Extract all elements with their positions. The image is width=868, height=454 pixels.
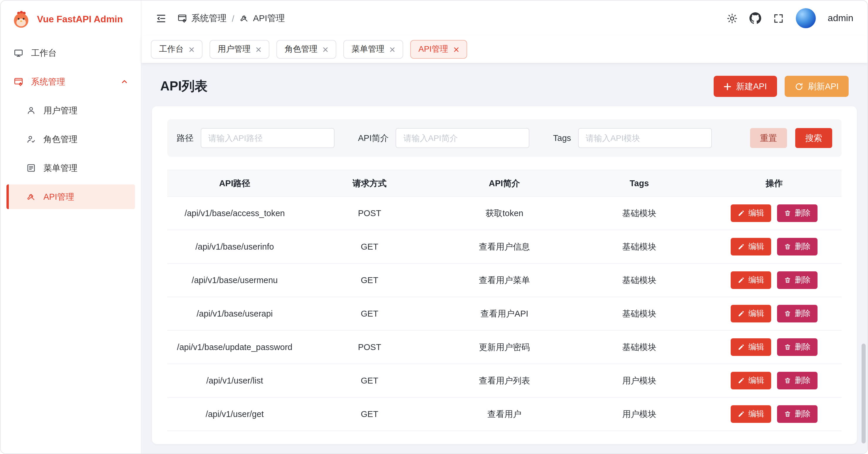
edit-button[interactable]: 编辑 [731, 271, 771, 289]
app-window: Vue FastAPI Admin 工作台 [0, 0, 868, 454]
table-row: /api/v1/base/userapi GET 查看用户API 基础模块 编辑 [167, 297, 842, 331]
pencil-icon [738, 344, 745, 351]
pencil-icon [738, 210, 745, 217]
sidebar-menu: 工作台 系统管理 [1, 38, 141, 211]
api-summary-cell: 查看用户菜单 [437, 264, 572, 296]
delete-button[interactable]: 删除 [777, 338, 817, 356]
delete-button[interactable]: 删除 [777, 305, 817, 322]
avatar[interactable] [796, 8, 816, 28]
api-icon [26, 192, 36, 201]
breadcrumb-item-system[interactable]: 系统管理 [177, 12, 226, 24]
github-icon[interactable] [750, 12, 762, 24]
edit-label: 编辑 [748, 275, 764, 285]
trash-icon [784, 344, 791, 351]
menu-list-icon [26, 163, 36, 173]
actions-cell: 编辑 删除 [707, 297, 842, 330]
trash-icon [784, 310, 791, 317]
theme-toggle-sun-icon[interactable] [727, 12, 738, 24]
tab-menus[interactable]: 菜单管理 [343, 40, 403, 59]
edit-button[interactable]: 编辑 [731, 238, 771, 255]
close-icon[interactable] [390, 47, 395, 52]
edit-button[interactable]: 编辑 [731, 204, 771, 222]
edit-button[interactable]: 编辑 [731, 405, 771, 423]
logo: Vue FastAPI Admin [1, 1, 141, 38]
sidebar-item-workbench[interactable]: 工作台 [6, 40, 135, 65]
breadcrumb-label: API管理 [253, 12, 285, 24]
delete-button[interactable]: 删除 [777, 204, 817, 222]
edit-button[interactable]: 编辑 [731, 372, 771, 389]
refresh-api-button[interactable]: 刷新API [784, 76, 849, 97]
edit-label: 编辑 [748, 208, 764, 219]
delete-label: 删除 [795, 275, 810, 285]
sidebar-item-label: 菜单管理 [43, 162, 78, 174]
close-icon[interactable] [256, 47, 261, 52]
summary-filter-input[interactable] [396, 128, 530, 148]
search-button[interactable]: 搜索 [795, 128, 832, 148]
api-tags-cell: 基础模块 [572, 331, 707, 364]
chick-logo-icon [11, 9, 31, 29]
pencil-icon [738, 310, 745, 317]
edit-label: 编辑 [748, 308, 764, 319]
header-actions: admin [727, 8, 853, 28]
pencil-icon [738, 410, 745, 418]
trash-icon [784, 377, 791, 384]
sidebar-item-users[interactable]: 用户管理 [6, 98, 135, 123]
tab-workbench[interactable]: 工作台 [151, 40, 203, 59]
api-tags-cell: 基础模块 [572, 230, 707, 263]
api-summary-cell: 查看用户信息 [437, 230, 572, 263]
delete-label: 删除 [795, 208, 810, 219]
delete-label: 删除 [795, 409, 810, 419]
tab-users[interactable]: 用户管理 [210, 40, 269, 59]
breadcrumb: 系统管理 / API管理 [177, 12, 285, 24]
close-icon[interactable] [323, 47, 328, 52]
create-api-button[interactable]: 新建API [714, 76, 777, 97]
scrollbar-thumb[interactable] [862, 344, 866, 444]
sidebar-item-api[interactable]: API管理 [6, 185, 135, 209]
sidebar-item-label: 角色管理 [43, 134, 78, 145]
reset-button[interactable]: 重置 [750, 128, 787, 148]
edit-label: 编辑 [748, 342, 764, 352]
tab-roles[interactable]: 角色管理 [276, 40, 336, 59]
system-icon [13, 77, 24, 87]
close-icon[interactable] [453, 47, 459, 52]
app-title: Vue FastAPI Admin [37, 14, 123, 25]
delete-button[interactable]: 删除 [777, 405, 817, 423]
sidebar: Vue FastAPI Admin 工作台 [1, 1, 142, 453]
delete-button[interactable]: 删除 [777, 238, 817, 255]
api-table: API路径 请求方式 API简介 Tags 操作 /api/v1/base/ac… [167, 170, 842, 431]
breadcrumb-label: 系统管理 [191, 12, 226, 24]
edit-button[interactable]: 编辑 [731, 338, 771, 356]
username[interactable]: admin [828, 13, 853, 24]
page-title: API列表 [160, 78, 208, 95]
tags-filter-input[interactable] [578, 128, 712, 148]
edit-label: 编辑 [748, 242, 764, 252]
sidebar-item-label: 系统管理 [31, 76, 65, 87]
api-method-cell: GET [302, 364, 437, 397]
collapse-sidebar-icon[interactable] [156, 12, 167, 24]
trash-icon [784, 277, 791, 284]
refresh-api-label: 刷新API [808, 81, 839, 92]
api-tags-cell: 基础模块 [572, 297, 707, 330]
sidebar-item-label: API管理 [43, 191, 74, 202]
column-header-summary: API简介 [437, 170, 572, 196]
edit-label: 编辑 [748, 375, 764, 386]
delete-button[interactable]: 删除 [777, 271, 817, 289]
actions-cell: 编辑 删除 [707, 331, 842, 364]
delete-label: 删除 [795, 375, 810, 386]
delete-label: 删除 [795, 342, 810, 352]
edit-button[interactable]: 编辑 [731, 305, 771, 322]
sidebar-item-label: 工作台 [31, 47, 57, 58]
delete-button[interactable]: 删除 [777, 372, 817, 389]
sidebar-item-system[interactable]: 系统管理 [6, 69, 135, 94]
close-icon[interactable] [189, 47, 194, 52]
workbench-icon [13, 48, 24, 58]
fullscreen-icon[interactable] [773, 12, 784, 24]
table-row: /api/v1/user/get GET 查看用户 用户模块 编辑 删除 [167, 398, 842, 431]
tab-api[interactable]: API管理 [410, 40, 467, 59]
user-icon [26, 106, 36, 115]
sidebar-item-roles[interactable]: 角色管理 [6, 127, 135, 151]
tags-filter-label: Tags [553, 133, 571, 143]
breadcrumb-item-api[interactable]: API管理 [240, 12, 285, 24]
path-filter-input[interactable] [201, 128, 335, 148]
sidebar-item-menus[interactable]: 菜单管理 [6, 155, 135, 180]
